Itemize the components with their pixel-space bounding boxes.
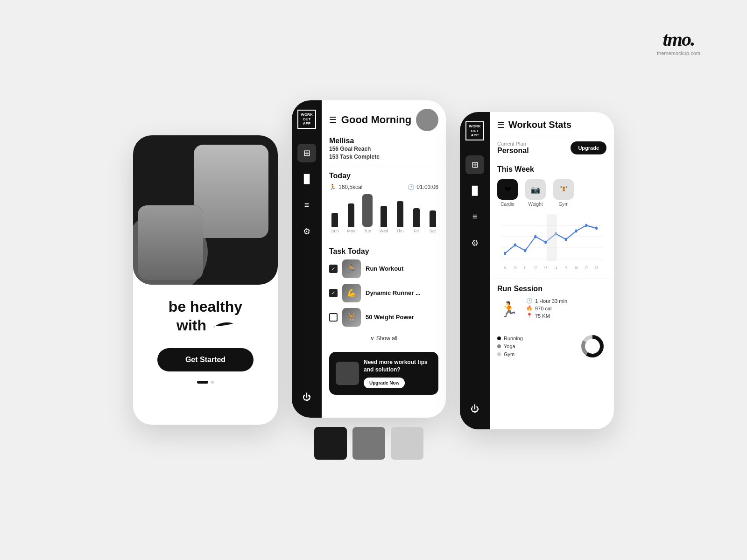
phone3-sidebar-list[interactable]: ≡ — [465, 208, 484, 226]
greeting-title: Good Morning — [341, 114, 411, 126]
user-avatar — [416, 109, 438, 131]
task-img-3: 🏋 — [342, 308, 361, 327]
upgrade-button[interactable]: Upgrade — [571, 141, 606, 154]
cal-value: 970 cal — [535, 306, 551, 311]
svg-text:13: 13 — [544, 265, 547, 270]
km-value: 75 KM — [535, 313, 550, 319]
phone3-sidebar-power[interactable]: ⏻ — [465, 399, 484, 418]
tmo-sub: thememockup.com — [657, 50, 700, 56]
bar-label-tue: Tue — [364, 229, 371, 233]
pie-chart — [578, 332, 606, 360]
with-label: with — [176, 317, 206, 334]
headline1: be healthy — [169, 299, 242, 315]
bar-label-thu: Thu — [396, 229, 404, 233]
sidebar-icon-power[interactable]: ⏻ — [297, 388, 316, 406]
sidebar-icon-grid[interactable]: ⊞ — [297, 144, 316, 162]
stats-title: Workout Stats — [508, 119, 571, 130]
legend-running: Running — [497, 336, 523, 341]
plan-name: Personal — [497, 147, 529, 155]
bar-col-sun: Sun — [329, 213, 341, 233]
bar-col-mon: Mon — [345, 203, 357, 233]
kcal-info: 🏃 160,5kcal — [329, 184, 362, 190]
svg-point-27 — [587, 341, 598, 352]
pie-legend-section: Running Yoga Gym — [490, 327, 614, 366]
user-details: Mellisa 156 Goal Reach 153 Task Complete — [329, 137, 380, 161]
hamburger-icon[interactable]: ☰ — [329, 115, 337, 125]
header-top-row: ☰ Good Morning — [329, 109, 438, 131]
bar-sun[interactable] — [331, 213, 338, 227]
chart-highlight — [547, 214, 557, 261]
clock-icon: 🕐 — [408, 184, 415, 190]
svg-point-13 — [595, 226, 598, 230]
run-session-title: Run Session — [497, 285, 606, 293]
bar-wed[interactable] — [381, 206, 387, 227]
kcal-value: 160,5kcal — [338, 184, 362, 190]
swatch-light[interactable] — [391, 427, 423, 460]
swatch-dark[interactable] — [314, 427, 347, 460]
bar-fri[interactable] — [413, 208, 420, 227]
promo-image — [336, 362, 359, 385]
nike-swoosh-icon — [211, 321, 234, 330]
sidebar-icon-chart[interactable]: ▐▌ — [297, 170, 316, 189]
bar-label-fri: Fri — [414, 229, 419, 233]
phone3-sidebar-chart[interactable]: ▐▌ — [465, 182, 484, 200]
with-row: with — [169, 317, 242, 334]
swatch-mid[interactable] — [352, 427, 385, 460]
task-checkbox-3[interactable] — [329, 313, 338, 322]
task-checkbox-2[interactable]: ✓ — [329, 289, 338, 297]
legend-yoga: Yoga — [497, 343, 523, 349]
this-week-section: This Week ❤ Cardio 📷 Weight 🏋 Gym — [490, 161, 614, 279]
bar-tue[interactable] — [362, 194, 373, 227]
phone3-hamburger-icon[interactable]: ☰ — [497, 120, 505, 130]
sidebar-icon-settings[interactable]: ⚙ — [297, 222, 316, 241]
flame-icon: 🔥 — [526, 305, 533, 311]
phone2-dashboard: WORK OUT APP ⊞ ▐▌ ≡ ⚙ ⏻ ☰ Good Morning — [292, 100, 446, 418]
sidebar-logo: WORK OUT APP — [297, 110, 316, 129]
clock-icon: 🕐 — [526, 298, 533, 304]
bar-thu[interactable] — [397, 201, 403, 227]
bar-mon[interactable] — [348, 203, 354, 227]
task-checkbox-1[interactable]: ✓ — [329, 265, 338, 273]
bar-col-wed: Wed — [378, 206, 390, 233]
svg-text:9: 9 — [504, 265, 506, 270]
user-name: Mellisa — [329, 137, 380, 145]
task-today-title: Task Today — [329, 247, 438, 256]
cardio-icon[interactable]: ❤ — [497, 179, 518, 200]
gym-category: 🏋 Gym — [553, 179, 574, 207]
bar-label-sun: Sun — [331, 229, 338, 233]
phone1-welcome: be healthy with Get Started — [133, 135, 278, 425]
phone3-sidebar-grid[interactable]: ⊞ — [465, 155, 484, 174]
chevron-down-icon: ∨ — [370, 335, 374, 342]
get-started-button[interactable]: Get Started — [157, 348, 254, 371]
color-swatches — [314, 427, 423, 460]
phone3-header: ☰ Workout Stats — [490, 112, 614, 135]
phone3-sidebar-settings[interactable]: ⚙ — [465, 234, 484, 252]
promo-text: Need more workout tips and solution? — [364, 358, 432, 374]
workout-image-main — [194, 145, 268, 238]
run-session-content: 🏃 🕐 1 Hour 33 min 🔥 970 cal 📍 75 KM — [497, 298, 606, 321]
sidebar-icon-list[interactable]: ≡ — [297, 196, 316, 215]
upgrade-now-button[interactable]: Upgrade Now — [364, 378, 405, 388]
dot-1 — [197, 381, 208, 384]
task-item-3: 🏋 50 Weight Power — [329, 308, 438, 327]
svg-point-10 — [565, 238, 567, 241]
today-stats-row: 🏃 160,5kcal 🕐 01:03:06 — [329, 184, 438, 190]
tmo-text: tmo. — [657, 28, 700, 50]
phone3-main-content: ☰ Workout Stats Current Plan Personal Up… — [490, 112, 614, 429]
show-all-button[interactable]: ∨ Show all — [329, 332, 438, 346]
weight-icon[interactable]: 📷 — [525, 179, 546, 200]
bar-label-mon: Mon — [347, 229, 356, 233]
promo-content: Need more workout tips and solution? Upg… — [364, 358, 432, 389]
welcome-text: be healthy with — [169, 299, 242, 334]
session-km: 📍 75 KM — [526, 313, 567, 319]
pagination-dots — [197, 381, 214, 384]
bar-col-tue: Tue — [362, 194, 374, 233]
yoga-label: Yoga — [504, 343, 515, 349]
task-img-inner-2: 💪 — [342, 284, 361, 302]
weight-category: 📷 Weight — [525, 179, 546, 207]
svg-text:14: 14 — [554, 265, 557, 270]
show-all-label: Show all — [376, 335, 397, 342]
gym-icon[interactable]: 🏋 — [553, 179, 574, 200]
phone3-stats: WORK OUT APP ⊞ ▐▌ ≡ ⚙ ⏻ ☰ Workout Stats … — [460, 112, 614, 429]
bar-sat[interactable] — [430, 210, 436, 227]
